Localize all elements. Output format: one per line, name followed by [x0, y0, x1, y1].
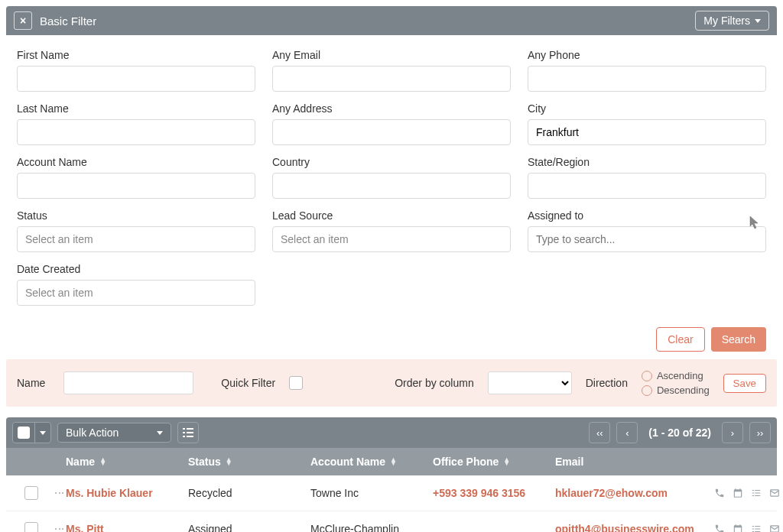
city-label: City — [528, 102, 766, 115]
descending-radio[interactable] — [642, 385, 652, 396]
quick-filter-checkbox[interactable] — [289, 376, 303, 390]
row-name[interactable]: Ms. Hubie Klauer — [66, 487, 188, 499]
prev-page-button[interactable]: ‹ — [616, 422, 638, 443]
col-office-phone[interactable]: Office Phone▲▼ — [433, 456, 555, 468]
select-all-checkbox[interactable] — [18, 427, 30, 439]
status-label: Status — [17, 209, 255, 222]
close-icon[interactable]: × — [14, 11, 32, 30]
city-input[interactable] — [528, 119, 766, 145]
ascending-radio[interactable] — [642, 371, 652, 381]
svg-rect-3 — [187, 432, 193, 433]
date-created-label: Date Created — [17, 263, 255, 275]
row-name[interactable]: Ms. Pitt — [66, 523, 188, 532]
my-filters-dropdown[interactable]: My Filters — [695, 11, 769, 31]
search-button[interactable]: Search — [711, 327, 766, 352]
mail-icon[interactable] — [769, 524, 780, 532]
next-page-button[interactable]: › — [722, 422, 743, 443]
assigned-to-label: Assigned to — [528, 209, 766, 222]
quick-filter-label: Quick Filter — [221, 377, 275, 389]
first-name-label: First Name — [17, 49, 255, 61]
table-row: ⋮Ms. PittAssignedMcClure-Champlinopitth4… — [6, 511, 777, 532]
table-header: Name▲▼ Status▲▼ Account Name▲▼ Office Ph… — [6, 448, 777, 475]
table-toolbar: Bulk Action ‹‹ ‹ (1 - 20 of 22) › ›› — [6, 417, 777, 448]
country-input[interactable] — [272, 173, 511, 199]
last-name-input[interactable] — [17, 119, 255, 145]
direction-label: Direction — [586, 377, 628, 389]
first-name-input[interactable] — [17, 66, 255, 92]
assigned-to-input[interactable] — [528, 226, 766, 252]
first-page-button[interactable]: ‹‹ — [589, 422, 610, 443]
sort-icon: ▲▼ — [503, 458, 510, 466]
row-status: Recycled — [188, 487, 310, 499]
page-info: (1 - 20 of 22) — [648, 427, 711, 439]
list-view-icon[interactable] — [177, 422, 199, 443]
chevron-down-icon — [755, 19, 761, 23]
svg-rect-2 — [183, 432, 185, 433]
state-region-input[interactable] — [528, 173, 766, 199]
row-account: McClure-Champlin — [310, 523, 433, 532]
descending-label: Descending — [657, 384, 710, 396]
svg-rect-4 — [183, 436, 185, 437]
filter-name-input[interactable] — [63, 371, 193, 394]
row-checkbox[interactable] — [24, 522, 38, 532]
account-name-input[interactable] — [17, 173, 255, 199]
panel-title: Basic Filter — [40, 15, 96, 28]
row-status: Assigned — [188, 523, 310, 532]
any-phone-input[interactable] — [528, 66, 766, 92]
date-created-select[interactable]: Select an item — [17, 280, 255, 306]
any-phone-label: Any Phone — [528, 49, 766, 61]
status-select[interactable]: Select an item — [17, 226, 255, 252]
lead-source-select[interactable]: Select an item — [272, 226, 511, 252]
state-region-label: State/Region — [528, 156, 766, 168]
bulk-action-label: Bulk Action — [66, 427, 119, 439]
mail-icon[interactable] — [769, 488, 780, 498]
chevron-down-icon — [157, 431, 163, 435]
calendar-icon[interactable] — [733, 524, 743, 532]
svg-rect-5 — [187, 436, 193, 437]
bulk-action-dropdown[interactable]: Bulk Action — [57, 423, 171, 443]
select-all-control[interactable] — [12, 422, 51, 443]
col-status[interactable]: Status▲▼ — [188, 456, 310, 468]
order-by-label: Order by column — [395, 377, 473, 389]
sort-icon: ▲▼ — [226, 458, 232, 466]
country-label: Country — [272, 156, 511, 168]
any-email-input[interactable] — [272, 66, 511, 92]
account-name-label: Account Name — [17, 156, 255, 168]
row-email[interactable]: opitth4@businesswire.com — [555, 523, 700, 532]
order-by-select[interactable] — [488, 371, 572, 394]
select-all-dropdown[interactable] — [34, 423, 50, 443]
last-page-button[interactable]: ›› — [749, 422, 771, 443]
filter-header: × Basic Filter My Filters — [6, 6, 777, 35]
row-email[interactable]: hklauer72@ehow.com — [555, 487, 700, 499]
save-button[interactable]: Save — [723, 374, 766, 393]
lead-source-label: Lead Source — [272, 209, 511, 222]
filter-form: First Name Any Email Any Phone Last Name… — [6, 35, 777, 313]
any-email-label: Any Email — [272, 49, 511, 61]
any-address-input[interactable] — [272, 119, 511, 145]
row-menu-icon[interactable]: ⋮ — [50, 524, 66, 532]
svg-rect-0 — [183, 428, 185, 430]
my-filters-label: My Filters — [703, 15, 750, 27]
clear-button[interactable]: Clear — [656, 327, 704, 352]
chevron-down-icon — [40, 431, 46, 435]
row-checkbox[interactable] — [24, 486, 38, 500]
calendar-icon[interactable] — [733, 488, 743, 498]
col-email[interactable]: Email — [555, 456, 708, 468]
col-account-name[interactable]: Account Name▲▼ — [310, 456, 433, 468]
svg-rect-1 — [187, 428, 193, 430]
row-phone[interactable]: +593 339 946 3156 — [433, 487, 555, 499]
ascending-label: Ascending — [657, 370, 703, 381]
sort-icon: ▲▼ — [390, 458, 397, 466]
save-filter-bar: Name Quick Filter Order by column Direct… — [6, 359, 777, 407]
phone-icon[interactable] — [714, 488, 725, 498]
col-name[interactable]: Name▲▼ — [66, 456, 188, 468]
tasks-icon[interactable] — [751, 488, 762, 498]
name-label: Name — [17, 377, 45, 389]
phone-icon[interactable] — [714, 524, 725, 532]
row-account: Towne Inc — [310, 487, 433, 499]
tasks-icon[interactable] — [751, 524, 762, 532]
row-menu-icon[interactable]: ⋮ — [50, 488, 66, 498]
last-name-label: Last Name — [17, 102, 255, 115]
any-address-label: Any Address — [272, 102, 511, 115]
filter-actions: Clear Search — [6, 313, 777, 359]
